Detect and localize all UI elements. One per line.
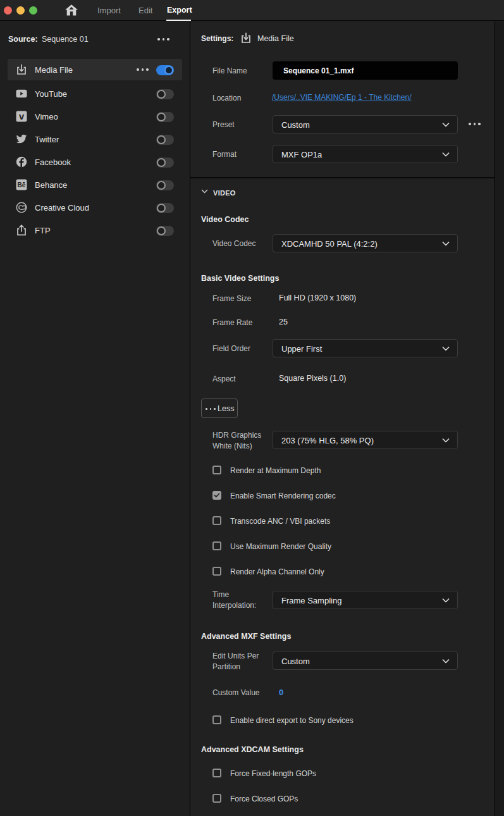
svg-text:v: v — [19, 111, 25, 121]
svg-text:Bē: Bē — [18, 182, 26, 189]
